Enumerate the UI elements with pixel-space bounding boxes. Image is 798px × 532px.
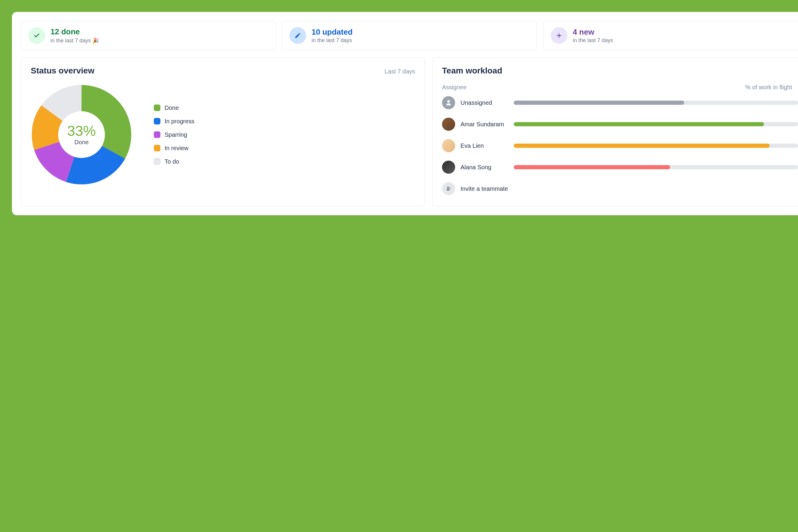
stat-done-title: 12 done [51, 27, 99, 36]
workload-bar [514, 101, 798, 105]
workload-assignee-header: Assignee [442, 84, 466, 91]
workload-bar-fill [514, 122, 764, 126]
workload-assignee-name: Alana Song [461, 164, 508, 171]
workload-row[interactable]: Eva Lien [442, 139, 798, 152]
invite-teammate-label: Invite a teammate [461, 185, 508, 192]
stat-updated-title: 10 updated [312, 27, 352, 37]
legend-label: To do [165, 158, 179, 165]
panels-row: Status overview Last 7 days 33% Done Don… [21, 57, 798, 206]
legend-label: In review [165, 145, 188, 152]
workload-bar [514, 122, 798, 126]
legend-swatch [154, 145, 160, 151]
legend-item[interactable]: In review [154, 145, 194, 152]
donut-center-label: Done [74, 139, 89, 146]
add-person-icon [442, 182, 455, 195]
legend-swatch [154, 104, 160, 111]
stat-new-subtitle: in the last 7 days [573, 37, 613, 43]
plus-icon [551, 27, 568, 44]
workload-assignee-name: Eva Lien [461, 142, 508, 149]
workload-row[interactable]: Unassigned [442, 96, 798, 109]
legend-swatch [154, 131, 160, 138]
workload-bar-fill [514, 165, 670, 169]
svg-point-3 [447, 187, 449, 188]
workload-percent-header: % of work in flight [745, 84, 792, 91]
legend-item[interactable]: To do [154, 158, 194, 165]
workload-list: UnassignedAmar SundaramEva LienAlana Son… [442, 96, 798, 195]
stat-done-subtitle: in the last 7 days 🎉 [51, 37, 99, 44]
status-overview-panel: Status overview Last 7 days 33% Done Don… [21, 57, 425, 206]
stat-card-updated[interactable]: 10 updated in the last 7 days [282, 21, 537, 50]
avatar [442, 160, 455, 174]
status-legend: DoneIn progressSparringIn reviewTo do [154, 104, 194, 165]
workload-assignee-name: Unassigned [461, 99, 508, 106]
legend-swatch [154, 158, 160, 165]
stat-updated-subtitle: in the last 7 days [312, 37, 352, 43]
svg-point-2 [447, 100, 450, 103]
team-workload-panel: Team workload Assignee % of work in flig… [432, 57, 798, 206]
status-overview-title: Status overview [31, 66, 94, 76]
dashboard: 12 done in the last 7 days 🎉 10 updated … [12, 12, 798, 215]
pencil-icon [290, 27, 306, 44]
workload-bar [514, 144, 798, 148]
legend-label: In progress [165, 118, 194, 125]
workload-bar-fill [514, 144, 769, 148]
workload-assignee-name: Amar Sundaram [461, 121, 508, 128]
legend-label: Done [165, 104, 179, 111]
legend-item[interactable]: Done [154, 104, 194, 111]
legend-swatch [154, 118, 160, 125]
workload-bar [514, 165, 798, 169]
legend-label: Sparring [165, 131, 187, 138]
workload-bar-fill [514, 101, 684, 105]
workload-row[interactable]: Amar Sundaram [442, 118, 798, 131]
stat-new-title: 4 new [573, 27, 613, 37]
team-workload-title: Team workload [442, 66, 502, 76]
check-icon [29, 27, 45, 44]
stat-cards-row: 12 done in the last 7 days 🎉 10 updated … [21, 21, 798, 50]
avatar [442, 118, 455, 131]
status-overview-period: Last 7 days [385, 68, 415, 75]
person-icon [442, 96, 455, 109]
invite-teammate-button[interactable]: Invite a teammate [442, 182, 798, 195]
avatar [442, 139, 455, 152]
donut-center-percent: 33% [67, 124, 96, 138]
legend-item[interactable]: In progress [154, 118, 194, 125]
status-donut-chart[interactable]: 33% Done [31, 84, 132, 185]
stat-card-done[interactable]: 12 done in the last 7 days 🎉 [21, 21, 276, 50]
stat-card-new[interactable]: 4 new in the last 7 days [543, 21, 798, 50]
workload-row[interactable]: Alana Song [442, 160, 798, 174]
legend-item[interactable]: Sparring [154, 131, 194, 138]
